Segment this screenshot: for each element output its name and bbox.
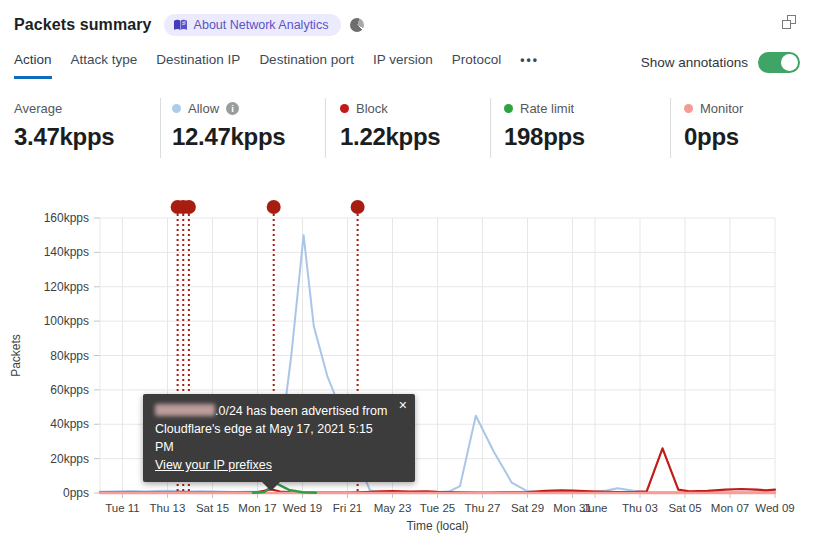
y-axis-title: Packets (9, 334, 23, 377)
stat-label: Rate limit (520, 101, 574, 116)
popout-icon[interactable] (782, 15, 798, 31)
x-tick-label: Thu 27 (465, 502, 501, 514)
stat-block: Block 1.22kpps (340, 100, 440, 151)
summary-stats: Average 3.47kpps Allow i 12.47kpps Block… (0, 96, 816, 166)
annotation-dot[interactable] (267, 200, 281, 214)
badge-label: About Network Analytics (194, 18, 329, 32)
annotation-dot[interactable] (182, 200, 196, 214)
book-icon (173, 19, 188, 32)
y-tick-label: 20kpps (50, 452, 89, 466)
stat-value: 1.22kpps (340, 123, 440, 151)
divider (670, 98, 671, 158)
dimension-tabs: Action Attack type Destination IP Destin… (14, 52, 539, 79)
x-tick-label: Sat 15 (196, 502, 229, 514)
chart-canvas: 0pps20kpps40kpps60kpps80kpps100kpps120kp… (0, 190, 816, 545)
y-tick-label: 140kpps (44, 245, 89, 259)
allow-dot (172, 104, 181, 113)
stat-label: Monitor (700, 101, 743, 116)
x-tick-label: Sat 05 (668, 502, 701, 514)
block-dot (340, 104, 349, 113)
status-pie-icon[interactable] (350, 18, 364, 32)
tab-protocol[interactable]: Protocol (452, 52, 502, 79)
annotation-dot[interactable] (351, 200, 365, 214)
tooltip-line1: .0/24 has been advertised from (155, 402, 389, 420)
close-icon[interactable]: × (399, 398, 407, 412)
toggle-knob (781, 54, 798, 71)
stat-value: 198pps (504, 123, 585, 151)
y-tick-label: 80kpps (50, 349, 89, 363)
packets-time-series-chart: 0pps20kpps40kpps60kpps80kpps100kpps120kp… (0, 190, 816, 545)
tooltip-line2: Cloudflare's edge at May 17, 2021 5:15 P… (155, 420, 389, 456)
stat-value: 0pps (684, 123, 743, 151)
stat-average: Average 3.47kpps (14, 100, 114, 151)
stat-value: 3.47kpps (14, 123, 114, 151)
show-annotations-label: Show annotations (641, 55, 748, 70)
stat-monitor: Monitor 0pps (684, 100, 743, 151)
tab-ip-version[interactable]: IP version (373, 52, 433, 79)
header: Packets summary About Network Analytics (14, 12, 364, 38)
x-tick-label: Mon 07 (711, 502, 749, 514)
monitor-dot (684, 104, 693, 113)
stat-value: 12.47kpps (172, 123, 285, 151)
divider (160, 98, 161, 158)
tab-attack-type[interactable]: Attack type (71, 52, 138, 79)
y-tick-label: 60kpps (50, 383, 89, 397)
tab-destination-ip[interactable]: Destination IP (156, 52, 240, 79)
stat-rate-limit: Rate limit 198pps (504, 100, 585, 151)
redacted-ip-prefix (155, 404, 215, 416)
stat-allow: Allow i 12.47kpps (172, 100, 285, 151)
info-icon[interactable]: i (226, 102, 239, 115)
x-tick-label: Fri 21 (333, 502, 362, 514)
x-tick-label: Wed 09 (755, 502, 794, 514)
view-ip-prefixes-link[interactable]: View your IP prefixes (155, 458, 272, 472)
annotation-tooltip: × .0/24 has been advertised from Cloudfl… (143, 394, 415, 482)
x-tick-label: June (583, 502, 608, 514)
more-tabs-icon[interactable]: ••• (520, 53, 539, 79)
y-tick-label: 120kpps (44, 280, 89, 294)
x-tick-label: Tue 25 (420, 502, 455, 514)
x-axis-title: Time (local) (406, 519, 468, 533)
network-analytics-panel: Packets summary About Network Analytics … (0, 0, 816, 545)
y-tick-label: 100kpps (44, 314, 89, 328)
tab-action[interactable]: Action (14, 52, 52, 79)
page-title: Packets summary (14, 16, 152, 34)
tab-destination-port[interactable]: Destination port (259, 52, 354, 79)
x-tick-label: Thu 13 (150, 502, 186, 514)
divider (325, 98, 326, 158)
divider (490, 98, 491, 158)
about-network-analytics-badge[interactable]: About Network Analytics (164, 14, 342, 36)
stat-label: Allow (188, 101, 219, 116)
stat-label: Average (14, 101, 62, 116)
x-tick-label: Mon 17 (238, 502, 276, 514)
x-tick-label: Wed 19 (283, 502, 322, 514)
y-tick-label: 40kpps (50, 417, 89, 431)
x-tick-label: Sat 29 (511, 502, 544, 514)
stat-label: Block (356, 101, 388, 116)
show-annotations-control: Show annotations (641, 52, 800, 73)
x-tick-label: May 23 (374, 502, 412, 514)
rate-limit-dot (504, 104, 513, 113)
show-annotations-toggle[interactable] (758, 52, 800, 73)
x-tick-label: Thu 03 (622, 502, 658, 514)
y-tick-label: 0pps (63, 486, 89, 500)
x-tick-label: Tue 11 (105, 502, 140, 514)
y-tick-label: 160kpps (44, 211, 89, 225)
